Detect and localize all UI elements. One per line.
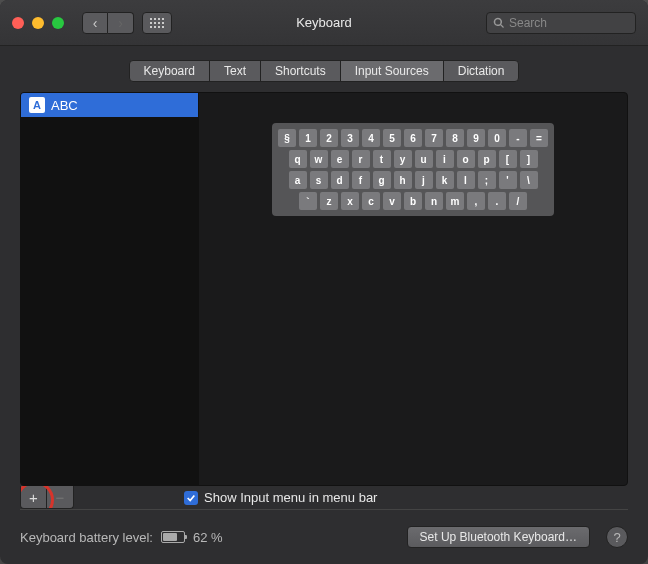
segmented-control: KeyboardTextShortcutsInput SourcesDictat… (129, 60, 520, 82)
key: 2 (320, 129, 338, 147)
show-input-menu-checkbox[interactable] (184, 491, 198, 505)
key: m (446, 192, 464, 210)
key: h (394, 171, 412, 189)
key: b (404, 192, 422, 210)
help-button[interactable]: ? (606, 526, 628, 548)
key: ] (520, 150, 538, 168)
keyboard-row: §1234567890-= (278, 129, 548, 147)
key: 3 (341, 129, 359, 147)
forward-button[interactable]: › (108, 12, 134, 34)
key: e (331, 150, 349, 168)
key: o (457, 150, 475, 168)
key: 0 (488, 129, 506, 147)
traffic-lights (12, 17, 64, 29)
key: 9 (467, 129, 485, 147)
battery-icon (161, 531, 185, 543)
tab-keyboard[interactable]: Keyboard (130, 61, 210, 81)
keyboard-layout: §1234567890-=qwertyuiop[]asdfghjkl;'\`zx… (272, 123, 554, 216)
add-source-button[interactable]: + (21, 486, 47, 508)
below-list-row: + − Show Input menu in menu bar (20, 486, 628, 509)
key: r (352, 150, 370, 168)
input-source-list[interactable]: AABC (21, 93, 199, 485)
source-icon: A (29, 97, 45, 113)
key: 4 (362, 129, 380, 147)
key: , (467, 192, 485, 210)
key: [ (499, 150, 517, 168)
key: s (310, 171, 328, 189)
key: ; (478, 171, 496, 189)
minimize-window-button[interactable] (32, 17, 44, 29)
key: \ (520, 171, 538, 189)
check-icon (186, 493, 196, 503)
titlebar: ‹ › Keyboard Search (0, 0, 648, 46)
key: q (289, 150, 307, 168)
show-input-menu-label: Show Input menu in menu bar (204, 490, 377, 505)
key: u (415, 150, 433, 168)
tab-text[interactable]: Text (210, 61, 261, 81)
key: x (341, 192, 359, 210)
main-panel: AABC §1234567890-=qwertyuiop[]asdfghjkl;… (20, 92, 628, 486)
key: § (278, 129, 296, 147)
key: f (352, 171, 370, 189)
key: c (362, 192, 380, 210)
key: = (530, 129, 548, 147)
key: n (425, 192, 443, 210)
source-name: ABC (51, 98, 78, 113)
key: l (457, 171, 475, 189)
bluetooth-keyboard-button[interactable]: Set Up Bluetooth Keyboard… (407, 526, 590, 548)
battery-fill (163, 533, 177, 541)
tab-row: KeyboardTextShortcutsInput SourcesDictat… (0, 60, 648, 82)
keyboard-preview: §1234567890-=qwertyuiop[]asdfghjkl;'\`zx… (199, 93, 627, 485)
key: - (509, 129, 527, 147)
footer: Keyboard battery level: 62 % Set Up Blue… (20, 509, 628, 548)
battery-percent: 62 % (193, 530, 223, 545)
source-item[interactable]: AABC (21, 93, 198, 117)
nav-buttons: ‹ › (82, 12, 134, 34)
key: i (436, 150, 454, 168)
key: g (373, 171, 391, 189)
key: j (415, 171, 433, 189)
key: 6 (404, 129, 422, 147)
add-remove-control: + − (20, 486, 74, 509)
key: w (310, 150, 328, 168)
key: . (488, 192, 506, 210)
key: p (478, 150, 496, 168)
key: ' (499, 171, 517, 189)
tab-dictation[interactable]: Dictation (444, 61, 519, 81)
key: / (509, 192, 527, 210)
keyboard-row: `zxcvbnm,./ (278, 192, 548, 210)
tab-shortcuts[interactable]: Shortcuts (261, 61, 341, 81)
remove-source-button[interactable]: − (47, 486, 73, 508)
keyboard-row: qwertyuiop[] (278, 150, 548, 168)
key: 7 (425, 129, 443, 147)
search-field[interactable]: Search (486, 12, 636, 34)
key: 1 (299, 129, 317, 147)
show-all-button[interactable] (142, 12, 172, 34)
key: a (289, 171, 307, 189)
back-button[interactable]: ‹ (82, 12, 108, 34)
battery-label: Keyboard battery level: (20, 530, 153, 545)
search-icon (493, 17, 505, 29)
grid-icon (150, 18, 164, 28)
menu-bar-checkbox-row: Show Input menu in menu bar (184, 486, 377, 509)
key: v (383, 192, 401, 210)
key: d (331, 171, 349, 189)
key: ` (299, 192, 317, 210)
key: 5 (383, 129, 401, 147)
key: k (436, 171, 454, 189)
tab-input-sources[interactable]: Input Sources (341, 61, 444, 81)
key: y (394, 150, 412, 168)
key: 8 (446, 129, 464, 147)
search-placeholder: Search (509, 16, 547, 30)
keyboard-prefs-window: ‹ › Keyboard Search KeyboardTextShortcut… (0, 0, 648, 564)
close-window-button[interactable] (12, 17, 24, 29)
zoom-window-button[interactable] (52, 17, 64, 29)
key: t (373, 150, 391, 168)
keyboard-row: asdfghjkl;'\ (278, 171, 548, 189)
key: z (320, 192, 338, 210)
